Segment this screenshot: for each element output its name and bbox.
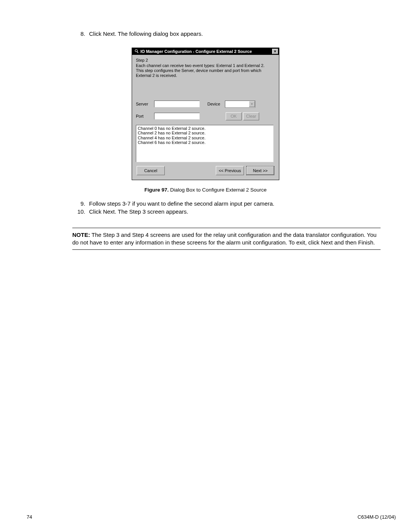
- dialog-titlebar: IO Manager Configuration - Configure Ext…: [132, 48, 279, 55]
- note-label: NOTE:: [72, 232, 90, 238]
- page-number: 74: [27, 514, 32, 520]
- step-desc-1: Each channel can receive two event types…: [136, 63, 275, 68]
- step-10: 10. Click Next. The Step 3 screen appear…: [76, 208, 396, 215]
- step-8: 8. Click Next. The following dialog box …: [76, 30, 396, 37]
- step-10-text: Click Next. The Step 3 screen appears.: [89, 208, 188, 215]
- dialog-title: IO Manager Configuration - Configure Ext…: [140, 49, 272, 54]
- status-line: Channel 6 has no External 2 source.: [138, 140, 272, 145]
- note-text: The Step 3 and Step 4 screens are used f…: [72, 232, 376, 246]
- previous-button[interactable]: << Previous: [216, 166, 244, 175]
- step-desc-2: This step configures the Server, device …: [136, 68, 275, 78]
- figure-caption-text: Dialog Box to Configure External 2 Sourc…: [169, 187, 266, 193]
- doc-id: C634M-D (12/04): [358, 514, 396, 520]
- cancel-button[interactable]: Cancel: [137, 166, 165, 175]
- figure-caption: Figure 97. Dialog Box to Configure Exter…: [144, 187, 266, 193]
- status-line: Channel 4 has no External 2 source.: [138, 136, 272, 141]
- step-8-text: Click Next. The following dialog box app…: [89, 30, 203, 37]
- next-button[interactable]: Next >>: [246, 166, 274, 175]
- device-select[interactable]: ▼: [225, 101, 255, 108]
- app-icon: [134, 49, 139, 54]
- page-footer: 74 C634M-D (12/04): [27, 514, 396, 520]
- step-10-number: 10.: [76, 208, 85, 215]
- status-listbox[interactable]: Channel 0 has no External 2 source. Chan…: [136, 125, 274, 162]
- figure-97: IO Manager Configuration - Configure Ext…: [15, 48, 396, 193]
- status-line: Channel 2 has no External 2 source.: [138, 131, 272, 136]
- step-8-number: 8.: [76, 30, 85, 37]
- close-icon[interactable]: ✕: [272, 49, 278, 54]
- chevron-down-icon[interactable]: ▼: [249, 101, 255, 107]
- server-label: Server: [136, 102, 154, 106]
- clear-button[interactable]: Clear: [243, 112, 259, 120]
- step-9-text: Follow steps 3-7 if you want to define t…: [89, 200, 274, 207]
- server-input[interactable]: [154, 101, 200, 107]
- ok-button[interactable]: OK: [226, 112, 242, 120]
- status-line: Channel 0 has no External 2 source.: [138, 126, 272, 131]
- figure-caption-bold: Figure 97.: [144, 187, 169, 193]
- port-label: Port: [136, 114, 154, 118]
- device-label: Device: [207, 102, 225, 106]
- note-block: NOTE: The Step 3 and Step 4 screens are …: [72, 228, 381, 250]
- io-manager-dialog: IO Manager Configuration - Configure Ext…: [132, 48, 279, 180]
- step-heading: Step 2: [136, 58, 275, 62]
- step-9-number: 9.: [76, 200, 85, 207]
- port-input[interactable]: [154, 113, 200, 120]
- svg-line-1: [137, 51, 138, 53]
- step-9: 9. Follow steps 3-7 if you want to defin…: [76, 200, 396, 207]
